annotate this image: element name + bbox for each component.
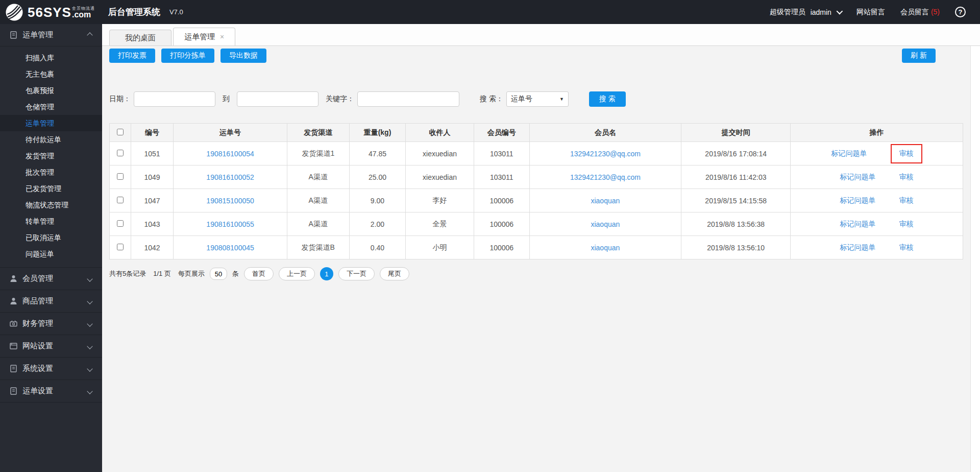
member-name-link[interactable]: xiaoquan (591, 220, 620, 228)
waybill-table: 编号 运单号 发货渠道 重量(kg) 收件人 会员编号 会员名 提交时间 操作 (109, 123, 963, 259)
sidebar-item-pending-payment[interactable]: 待付款运单 (0, 131, 102, 148)
search-button[interactable]: 搜 索 (589, 91, 626, 107)
member-messages-link[interactable]: 会员留言(5) (900, 8, 940, 17)
audit-link[interactable]: 审核 (899, 173, 914, 182)
column-header-id: 编号 (131, 124, 174, 142)
mark-problem-link[interactable]: 标记问题单 (840, 220, 876, 229)
row-checkbox[interactable] (117, 197, 124, 203)
date-to-input[interactable] (237, 91, 318, 107)
close-icon[interactable]: × (220, 33, 224, 40)
sidebar-section-website-settings[interactable]: 网站设置 (0, 335, 102, 358)
pagination: 共有5条记录 1/1 页 每页展示 条 首页 上一页 1 下一页 尾页 (109, 267, 963, 280)
cell-id: 1049 (131, 166, 174, 189)
last-page-button[interactable]: 尾页 (380, 267, 409, 280)
cell-submitted: 2019/8/16 17:08:14 (681, 142, 791, 166)
cell-channel: 发货渠道B (287, 236, 349, 259)
sidebar-section-label: 运单管理 (22, 30, 88, 40)
sidebar-item-scan-inbound[interactable]: 扫描入库 (0, 50, 102, 66)
row-checkbox[interactable] (117, 150, 124, 156)
search-type-select[interactable]: 运单号 ▼ (506, 91, 569, 107)
user-icon (9, 297, 18, 305)
sidebar-item-waybill-management[interactable]: 运单管理 (0, 115, 102, 131)
page-size-input[interactable] (210, 268, 227, 280)
column-header-member-name: 会员名 (529, 124, 681, 142)
mark-problem-link[interactable]: 标记问题单 (840, 196, 876, 205)
print-sorting-button[interactable]: 打印分拣单 (161, 49, 214, 63)
waybill-link[interactable]: 190816100055 (206, 220, 254, 228)
audit-link[interactable]: 审核 (899, 243, 914, 252)
logo-text: 56SYS (28, 6, 71, 19)
tab-label: 运单管理 (184, 32, 215, 42)
mark-problem-link[interactable]: 标记问题单 (840, 243, 876, 252)
sidebar-section-waybill-management[interactable]: 运单管理 (0, 24, 102, 46)
print-invoice-button[interactable]: 打印发票 (109, 49, 155, 63)
row-checkbox[interactable] (117, 220, 124, 227)
topbar: 56SYS 全景物流通 .com 后台管理系统 V7.0 超级管理员 iadmi… (0, 0, 980, 24)
export-data-button[interactable]: 导出数据 (220, 49, 266, 63)
cell-weight: 25.00 (349, 166, 405, 189)
sidebar-item-unclaimed-packages[interactable]: 无主包裹 (0, 66, 102, 82)
next-page-button[interactable]: 下一页 (338, 267, 375, 280)
waybill-link[interactable]: 190808100045 (206, 244, 254, 252)
tab-my-desktop[interactable]: 我的桌面 (109, 30, 172, 45)
cell-channel: A渠道 (287, 189, 349, 213)
cell-channel: 发货渠道1 (287, 142, 349, 166)
site-messages-link[interactable]: 网站留言 (856, 8, 885, 17)
member-messages-label: 会员留言 (900, 8, 929, 16)
chevron-down-icon (87, 366, 92, 371)
column-header-weight: 重量(kg) (349, 124, 405, 142)
sidebar-item-problem-waybills[interactable]: 问题运单 (0, 246, 102, 262)
sidebar-item-shipping-management[interactable]: 发货管理 (0, 148, 102, 164)
waybill-link[interactable]: 190816100054 (206, 150, 254, 158)
row-checkbox[interactable] (117, 244, 124, 250)
waybill-link[interactable]: 190815100050 (206, 197, 254, 205)
user-menu[interactable]: 超级管理员 iadmin (770, 8, 841, 17)
member-name-link[interactable]: 1329421230@qq.com (570, 173, 641, 181)
sidebar-item-logistics-status[interactable]: 物流状态管理 (0, 197, 102, 213)
chevron-down-icon (87, 343, 92, 349)
column-header-member-no: 会员编号 (474, 124, 529, 142)
refresh-button[interactable]: 刷 新 (902, 49, 936, 63)
audit-link[interactable]: 审核 (899, 196, 914, 205)
sidebar-item-cancelled-waybills[interactable]: 已取消运单 (0, 229, 102, 246)
sidebar-section-finance-management[interactable]: 财务管理 (0, 313, 102, 335)
current-page-button[interactable]: 1 (320, 267, 333, 280)
total-records-text: 共有5条记录 (109, 269, 146, 278)
sidebar-section-member-management[interactable]: 会员管理 (0, 268, 102, 290)
date-from-input[interactable] (134, 91, 215, 107)
sidebar-section-system-settings[interactable]: 系统设置 (0, 358, 102, 380)
mark-problem-link[interactable]: 标记问题单 (840, 173, 876, 182)
prev-page-button[interactable]: 上一页 (279, 267, 315, 280)
first-page-button[interactable]: 首页 (244, 267, 274, 280)
cell-weight: 0.40 (349, 236, 405, 259)
sidebar-section-product-management[interactable]: 商品管理 (0, 290, 102, 313)
waybill-link[interactable]: 190816100052 (206, 173, 254, 181)
member-name-link[interactable]: 1329421230@qq.com (570, 150, 641, 158)
app-version: V7.0 (169, 8, 183, 16)
sidebar-item-warehouse-management[interactable]: 仓储管理 (0, 99, 102, 115)
sidebar-section-label: 运单设置 (22, 386, 88, 396)
cell-weight: 47.85 (349, 142, 405, 166)
sidebar-section-waybill-settings[interactable]: 运单设置 (0, 380, 102, 403)
tab-waybill-management[interactable]: 运单管理 × (173, 28, 235, 45)
mark-problem-link[interactable]: 标记问题单 (831, 149, 867, 158)
member-name-link[interactable]: xiaoquan (591, 244, 620, 252)
help-icon[interactable]: ? (955, 7, 966, 17)
chevron-down-icon (87, 276, 92, 281)
audit-link[interactable]: 审核 (899, 149, 914, 157)
row-checkbox[interactable] (117, 173, 124, 180)
sidebar-item-shipped-management[interactable]: 已发货管理 (0, 180, 102, 197)
keyword-label: 关键字： (326, 95, 354, 104)
cell-submitted: 2019/8/15 14:15:58 (681, 189, 791, 213)
cell-id: 1047 (131, 189, 174, 213)
audit-link[interactable]: 审核 (899, 220, 914, 229)
select-all-checkbox[interactable] (117, 129, 124, 135)
sidebar-item-batch-management[interactable]: 批次管理 (0, 164, 102, 180)
sidebar-item-transfer-management[interactable]: 转单管理 (0, 213, 102, 229)
cell-id: 1042 (131, 236, 174, 259)
keyword-input[interactable] (357, 91, 459, 107)
member-name-link[interactable]: xiaoquan (591, 197, 620, 205)
scrollbar-gutter (970, 46, 980, 472)
sidebar-item-package-forecast[interactable]: 包裹预报 (0, 82, 102, 99)
sidebar-section-label: 网站设置 (22, 341, 88, 351)
